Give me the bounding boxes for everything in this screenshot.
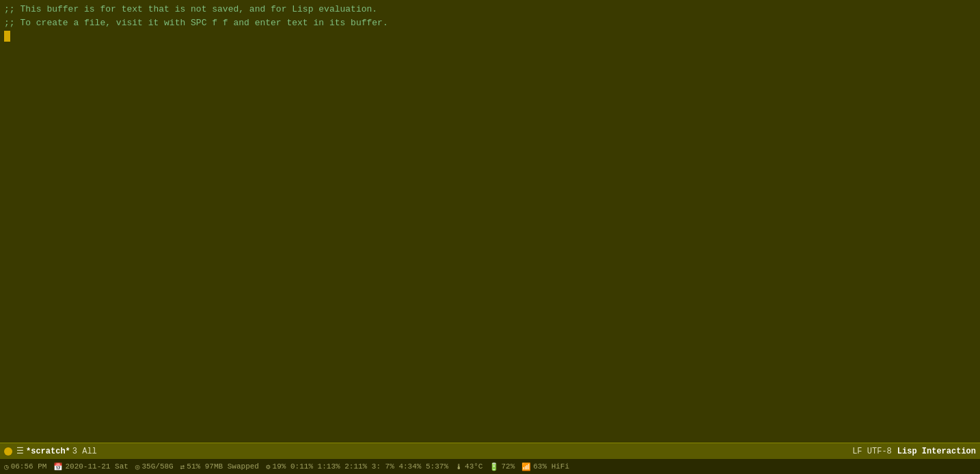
modeline: ☰ *scratch* 3 All LF UTF-8 Lisp Interact… <box>0 443 980 459</box>
swap-value: 51% 97MB Swapped <box>187 462 259 471</box>
battery-value: 72% <box>501 462 515 471</box>
editor-buffer[interactable]: ;; This buffer is for text that is not s… <box>0 0 980 443</box>
temp-value: 43°C <box>465 462 482 471</box>
date-value: 2020-11-21 Sat <box>65 462 128 471</box>
temp-icon: 🌡 <box>455 462 463 471</box>
swap-icon: ⇄ <box>180 462 185 471</box>
modeline-major-mode: Lisp Interaction <box>897 447 976 456</box>
status-wifi: 📶 63% HiFi <box>521 462 569 471</box>
wifi-icon: 📶 <box>521 462 531 471</box>
comment-line-2: ;; To create a file, visit it with SPC f… <box>4 16 976 30</box>
modeline-buffer-section: ☰ *scratch* 3 All <box>16 446 97 456</box>
status-time: ◷ 06:56 PM <box>4 462 46 471</box>
modeline-line-info: 3 All <box>72 447 97 456</box>
modeline-buffer-name[interactable]: *scratch* <box>26 447 70 456</box>
cursor-line <box>4 31 976 42</box>
status-disk: ◎ 35G/58G <box>135 462 174 471</box>
modeline-buffer-icon: ☰ <box>16 446 24 456</box>
modeline-right-section: LF UTF-8 Lisp Interaction <box>852 447 976 456</box>
disk-value: 35G/58G <box>141 462 173 471</box>
status-cpu: ⚙ 19% 0:11% 1:13% 2:11% 3: 7% 4:34% 5:37… <box>266 462 448 471</box>
cpu-value: 19% 0:11% 1:13% 2:11% 3: 7% 4:34% 5:37% <box>273 462 448 471</box>
statusbar: ◷ 06:56 PM 📅 2020-11-21 Sat ◎ 35G/58G ⇄ … <box>0 459 980 474</box>
comment-line-1: ;; This buffer is for text that is not s… <box>4 3 976 16</box>
time-icon: ◷ <box>4 462 9 471</box>
modeline-status-circle <box>4 447 12 456</box>
battery-icon: 🔋 <box>489 462 499 471</box>
status-swap: ⇄ 51% 97MB Swapped <box>180 462 259 471</box>
time-value: 06:56 PM <box>11 462 47 471</box>
modeline-encoding: LF UTF-8 <box>852 447 892 456</box>
disk-icon: ◎ <box>135 462 140 471</box>
status-temp: 🌡 43°C <box>455 462 482 471</box>
cpu-icon: ⚙ <box>266 462 271 471</box>
status-date: 📅 2020-11-21 Sat <box>53 462 128 471</box>
date-icon: 📅 <box>53 462 63 471</box>
cursor-block <box>4 31 10 42</box>
wifi-value: 63% HiFi <box>533 462 569 471</box>
status-battery: 🔋 72% <box>489 462 515 471</box>
